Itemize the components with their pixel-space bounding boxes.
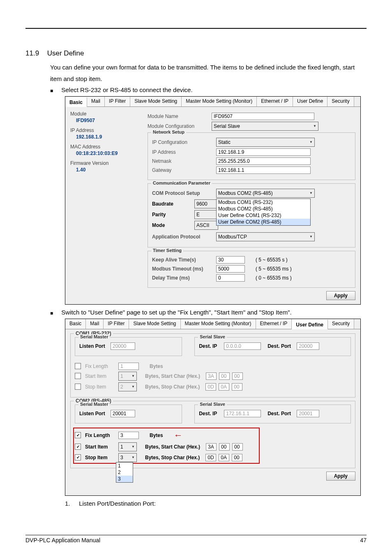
- fw-label: Firmware Version: [70, 160, 140, 166]
- ipconfig-select[interactable]: Static▼: [216, 138, 315, 147]
- apply-button[interactable]: Apply: [326, 472, 355, 481]
- module-name-input[interactable]: IFD9507: [212, 113, 314, 120]
- dropdown-option[interactable]: Modbus COM2 (RS-485): [217, 206, 310, 212]
- delay-input[interactable]: 0: [216, 274, 245, 282]
- dest-ip-label: Dest. IP: [199, 411, 221, 416]
- tab-basic[interactable]: Basic: [65, 319, 86, 329]
- tab-user[interactable]: User Define: [293, 97, 327, 106]
- netmask-input[interactable]: 255.255.255.0: [216, 157, 311, 165]
- keepalive-input[interactable]: 30: [216, 256, 245, 264]
- tab-ipfilter[interactable]: IP Filter: [105, 97, 130, 106]
- tab-mail[interactable]: Mail: [87, 97, 105, 106]
- listen-port-label: Listen Port: [79, 343, 108, 349]
- module-name-label: Module Name: [148, 113, 209, 119]
- listen-port-label: Listen Port: [79, 411, 108, 416]
- gateway-input[interactable]: 192.168.1.1: [216, 166, 311, 174]
- start-char-2: 00: [219, 372, 230, 380]
- tab-master[interactable]: Master Mode Setting (Monitor): [181, 319, 256, 329]
- bytes-label: Bytes: [150, 363, 163, 369]
- module-label: Module: [70, 111, 140, 117]
- serial-slave-title: Serial Slave: [198, 334, 227, 339]
- fix-length-checkbox: [75, 363, 81, 369]
- com2-slave: Serial Slave Dest. IP 172.16.1.1 Dest. P…: [194, 405, 351, 423]
- fix-length-input: 1: [118, 363, 139, 370]
- tab-basic[interactable]: Basic: [65, 97, 87, 107]
- comm-param-title: Communication Parameter: [151, 180, 212, 185]
- dropdown-option[interactable]: Modbus COM1 (RS-232): [217, 199, 310, 206]
- stop-char-label: Bytes, Stop Char (Hex.): [145, 455, 200, 460]
- delay-label: Delay Time (ms): [152, 275, 214, 281]
- dest-ip-label: Dest. IP: [199, 343, 221, 349]
- start-char-1[interactable]: 3A: [206, 443, 217, 451]
- stop-item-dropdown[interactable]: 1 2 3: [116, 462, 133, 483]
- section-title: User Define: [47, 49, 84, 57]
- mode-select[interactable]: ASCII: [194, 221, 218, 230]
- com2-master: Serial Master Listen Port 20001: [75, 405, 182, 423]
- gateway-label: Gateway: [152, 167, 214, 173]
- network-setup-title: Network Setup: [151, 130, 186, 134]
- start-item-n: 1: [120, 444, 123, 450]
- module-config-label: Module Configuration: [148, 123, 209, 129]
- tab-mail[interactable]: Mail: [86, 319, 104, 329]
- network-setup-group: Network Setup IP Configuration Static▼ I…: [148, 132, 355, 180]
- footer-left: DVP-PLC Application Manual: [25, 537, 100, 543]
- fix-length-label: Fix Length: [85, 363, 116, 369]
- start-item-select[interactable]: 1▼: [118, 442, 137, 451]
- bullet-icon: ■: [50, 310, 53, 316]
- fix-length-input[interactable]: 3: [118, 432, 139, 439]
- delay-range: ( 0 ~ 65535 ms ): [256, 275, 292, 281]
- stop-char-3: 00: [232, 383, 242, 391]
- ip-label: IP Address: [70, 127, 140, 133]
- tab-security[interactable]: Security: [327, 97, 354, 106]
- start-char-2[interactable]: 00: [219, 443, 230, 451]
- tab-security[interactable]: Security: [328, 319, 354, 329]
- stop-char-3[interactable]: 00: [232, 454, 242, 461]
- start-item-select: 1▼: [118, 372, 137, 381]
- stop-char-1[interactable]: 0D: [205, 454, 216, 461]
- timeout-label: Modbus Timeout (ms): [152, 266, 214, 272]
- com2-group: COM2 (RS-485) Serial Master Listen Port …: [70, 401, 355, 468]
- listen-port-input[interactable]: 20001: [111, 410, 135, 417]
- tab-slave[interactable]: Slave Mode Setting: [129, 319, 180, 329]
- intro-paragraph: You can define your own format for data …: [50, 62, 367, 85]
- dest-port-input: 20001: [297, 410, 319, 417]
- tab-eth[interactable]: Ethernet / IP: [256, 319, 292, 329]
- fix-length-checkbox[interactable]: [75, 432, 81, 438]
- tab-slave[interactable]: Slave Mode Setting: [130, 97, 182, 106]
- baudrate-select[interactable]: 9600: [194, 199, 218, 208]
- chevron-down-icon: ▼: [130, 374, 135, 378]
- module-config-value: Serial Slave: [214, 123, 240, 129]
- serial-master-title: Serial Master: [78, 402, 110, 407]
- mac-value: 00:18:23:10:03:E9: [76, 150, 140, 156]
- start-char-3: 00: [232, 372, 243, 380]
- keepalive-label: Keep Alive Time(s): [152, 257, 214, 263]
- bullet-text-1: Select RS-232 or RS-485 to connect the d…: [61, 86, 192, 93]
- tab-eth[interactable]: Ethernet / IP: [257, 97, 293, 106]
- apply-button[interactable]: Apply: [326, 291, 355, 300]
- tab-master[interactable]: Master Mode Setting (Monitor): [182, 97, 257, 106]
- timeout-input[interactable]: 5000: [216, 265, 245, 273]
- dropdown-option[interactable]: 3: [116, 476, 133, 482]
- dropdown-option[interactable]: User Define COM2 (RS-485): [217, 219, 310, 225]
- module-config-select[interactable]: Serial Slave▼: [212, 122, 318, 131]
- start-char-3[interactable]: 00: [232, 443, 243, 451]
- ipaddr-input[interactable]: 192.168.1.9: [216, 148, 311, 156]
- stop-char-2[interactable]: 0A: [219, 454, 229, 461]
- app-protocol-select[interactable]: Modbus/TCP▼: [216, 232, 315, 241]
- start-item-checkbox: [75, 373, 81, 379]
- dest-port-label: Dest. Port: [267, 343, 294, 349]
- dest-ip-input: 172.16.1.1: [224, 410, 261, 417]
- tab-ipfilter[interactable]: IP Filter: [104, 319, 129, 329]
- dropdown-option[interactable]: 2: [116, 469, 133, 476]
- stop-item-select[interactable]: 3▼: [118, 453, 137, 462]
- mac-label: MAC Address: [70, 144, 140, 150]
- stop-item-checkbox[interactable]: [75, 454, 81, 460]
- start-item-checkbox[interactable]: [75, 444, 81, 450]
- com-protocol-select[interactable]: Modbus COM2 (RS-485)▼: [216, 189, 315, 198]
- dropdown-option[interactable]: User Define COM1 (RS-232): [217, 212, 310, 219]
- tab-user[interactable]: User Define: [292, 319, 328, 329]
- com-protocol-label: COM Protocol Setup: [152, 190, 214, 196]
- dropdown-option[interactable]: 1: [116, 462, 133, 469]
- com-protocol-dropdown[interactable]: Modbus COM1 (RS-232) Modbus COM2 (RS-485…: [216, 199, 311, 226]
- parity-select[interactable]: E: [194, 210, 218, 219]
